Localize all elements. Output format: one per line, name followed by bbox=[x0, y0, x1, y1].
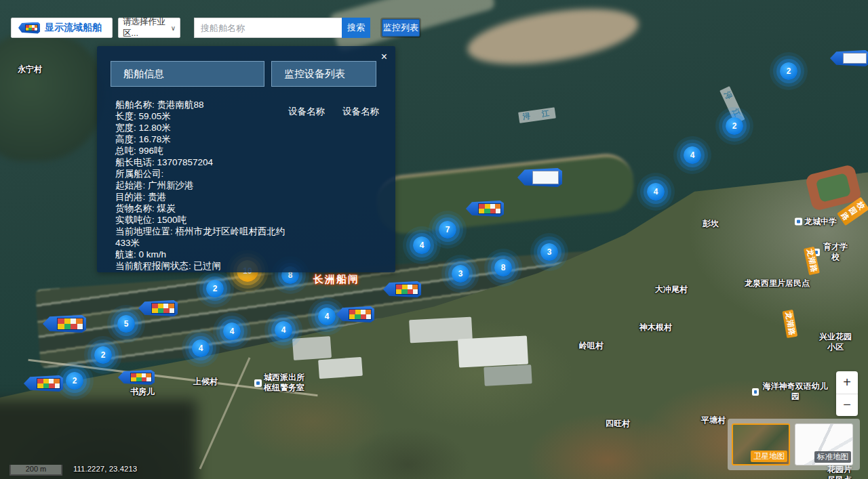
cluster-marker[interactable]: 8 bbox=[494, 259, 512, 276]
monitor-list-button[interactable]: 监控列表 bbox=[382, 19, 420, 37]
ship-info-line: 目的港: 贵港 bbox=[115, 191, 300, 203]
ship-icon bbox=[18, 22, 40, 34]
ship-marker[interactable] bbox=[118, 370, 155, 385]
work-area-select-value: 请选择作业区... bbox=[123, 16, 171, 39]
poi-icon bbox=[254, 379, 262, 387]
map-label-text: 彭坎 bbox=[703, 219, 719, 229]
cluster-marker[interactable]: 4 bbox=[413, 236, 431, 254]
map-label: 海洋神奇双语幼儿园 bbox=[752, 381, 829, 402]
cluster-marker[interactable]: 4 bbox=[192, 339, 210, 357]
map-label-text: 平塘村 bbox=[701, 415, 726, 425]
ship-marker[interactable] bbox=[466, 201, 504, 217]
cluster-marker[interactable]: 2 bbox=[206, 280, 224, 297]
cluster-marker[interactable]: 7 bbox=[439, 221, 456, 238]
map-label-text: 龙泉西里片居民点 bbox=[745, 278, 810, 289]
cluster-marker[interactable]: 5 bbox=[117, 315, 135, 333]
map-label: 育才学校 bbox=[813, 242, 850, 262]
cluster-marker[interactable]: 2 bbox=[726, 117, 743, 135]
ship-info-line: 船舶名称: 贵港南航88 bbox=[115, 99, 300, 110]
tab-device-list[interactable]: 监控设备列表 bbox=[271, 61, 376, 87]
ship-info-panel: × 船舶信息 监控设备列表 船舶名称: 贵港南航88长度: 59.05米宽度: … bbox=[97, 46, 395, 272]
cluster-marker[interactable]: 2 bbox=[780, 62, 797, 80]
cluster-marker[interactable]: 3 bbox=[452, 265, 469, 283]
ship-search-input[interactable] bbox=[194, 18, 342, 38]
map-label-text: 神木根村 bbox=[639, 322, 672, 333]
close-icon[interactable]: × bbox=[381, 51, 387, 62]
map-label-text: 大冲尾村 bbox=[655, 285, 688, 295]
map-label: 上候村 bbox=[193, 377, 218, 387]
ship-info-line: 总吨: 996吨 bbox=[115, 145, 300, 157]
device-name-header: 设备名称 bbox=[288, 106, 325, 118]
standard-map-label: 标准地图 bbox=[814, 451, 851, 463]
cluster-marker[interactable]: 4 bbox=[647, 183, 665, 201]
ship-cargo bbox=[349, 309, 372, 320]
show-basin-ships-label: 显示流域船舶 bbox=[45, 22, 102, 34]
ship-info-line: 当前地理位置: 梧州市龙圩区岭咀村西北约433米 bbox=[115, 226, 300, 249]
ship-marker[interactable] bbox=[830, 50, 868, 66]
map-label-text: 岭咀村 bbox=[579, 341, 604, 351]
zoom-out-button[interactable]: − bbox=[836, 394, 858, 417]
ship-marker[interactable] bbox=[138, 300, 178, 316]
ship-info-line: 宽度: 12.80米 bbox=[115, 122, 300, 133]
map-label-text: 上候村 bbox=[193, 377, 218, 387]
ship-info-line: 货物名称: 煤炭 bbox=[115, 203, 300, 214]
satellite-map-label: 卫星地图 bbox=[751, 451, 787, 462]
ship-cargo bbox=[395, 284, 418, 295]
map-label-text: 龙城中学 bbox=[804, 217, 837, 227]
cluster-marker[interactable]: 2 bbox=[66, 372, 83, 390]
cluster-marker[interactable]: 4 bbox=[275, 321, 292, 339]
zoom-in-button[interactable]: + bbox=[836, 371, 858, 394]
map-label-text: 兴业花园小区 bbox=[819, 332, 852, 352]
basemap-standard-option[interactable]: 标准地图 bbox=[795, 423, 853, 465]
ship-info-line: 船长电话: 13707857204 bbox=[115, 157, 300, 168]
top-toolbar: 显示流域船舶 请选择作业区... ∨ 搜索 监控列表 bbox=[0, 0, 868, 43]
map-label: 兴业花园小区 bbox=[819, 332, 852, 352]
ship-search-group: 搜索 bbox=[194, 18, 370, 38]
ship-marker[interactable] bbox=[43, 315, 86, 333]
ship-marker[interactable] bbox=[24, 375, 63, 392]
map-label: 四旺村 bbox=[606, 419, 630, 429]
map-label-text: 书房儿 bbox=[130, 387, 155, 397]
ship-cargo bbox=[130, 373, 152, 383]
search-button[interactable]: 搜索 bbox=[342, 18, 370, 38]
cluster-marker[interactable]: 4 bbox=[684, 146, 701, 164]
cluster-marker[interactable]: 4 bbox=[318, 308, 336, 325]
cluster-marker[interactable]: 3 bbox=[540, 243, 558, 261]
map-label: 龙泉西里片居民点 bbox=[745, 278, 810, 289]
ship-info-line: 长度: 59.05米 bbox=[115, 110, 300, 122]
ship-info-line: 所属船公司: bbox=[115, 168, 300, 180]
map-label: 彭坎 bbox=[703, 219, 719, 229]
map-canvas[interactable]: 永宁村长洲船闸上候村书房儿城西派出所 枢纽警务室彭坎龙城中学育才学校龙泉西里片居… bbox=[0, 0, 868, 479]
map-label-text: 永宁村 bbox=[18, 64, 42, 75]
map-label: 永宁村 bbox=[18, 64, 42, 75]
scale-bar: 200 m bbox=[9, 465, 62, 476]
ship-info-list: 船舶名称: 贵港南航88长度: 59.05米宽度: 12.80米高度: 16.7… bbox=[115, 99, 300, 272]
basemap-satellite-option[interactable]: 卫星地图 bbox=[732, 423, 790, 465]
chevron-down-icon: ∨ bbox=[171, 24, 176, 32]
ship-cargo bbox=[37, 378, 60, 389]
ship-info-line: 当前航程报闸状态: 已过闸 bbox=[115, 260, 300, 272]
tab-ship-info[interactable]: 船舶信息 bbox=[111, 61, 264, 87]
map-label: 书房儿 bbox=[130, 387, 155, 397]
ship-info-line: 实载吨位: 1500吨 bbox=[115, 214, 300, 226]
ship-marker[interactable] bbox=[383, 281, 421, 297]
map-label: 岭咀村 bbox=[579, 341, 604, 351]
ship-marker[interactable] bbox=[336, 306, 374, 322]
ship-info-line: 航速: 0 km/h bbox=[115, 249, 300, 260]
poi-icon bbox=[795, 218, 802, 226]
map-label: 平塘村 bbox=[701, 415, 726, 425]
ship-marker[interactable] bbox=[517, 168, 562, 187]
cluster-marker[interactable]: 2 bbox=[94, 346, 112, 364]
show-basin-ships-button[interactable]: 显示流域船舶 bbox=[11, 18, 113, 38]
poi-icon bbox=[752, 388, 759, 396]
map-label-text: 海洋神奇双语幼儿园 bbox=[761, 381, 829, 402]
map-label-text: 长洲船闸 bbox=[313, 273, 359, 286]
ship-info-line: 高度: 16.78米 bbox=[115, 133, 300, 145]
cluster-marker[interactable]: 4 bbox=[223, 322, 241, 340]
ship-cargo bbox=[843, 53, 867, 64]
basemap-switcher: 卫星地图 标准地图 bbox=[728, 419, 860, 470]
map-label: 神木根村 bbox=[639, 322, 672, 333]
map-label-text: 育才学校 bbox=[822, 242, 850, 262]
ship-cargo bbox=[151, 303, 175, 314]
work-area-select[interactable]: 请选择作业区... ∨ bbox=[118, 18, 180, 38]
